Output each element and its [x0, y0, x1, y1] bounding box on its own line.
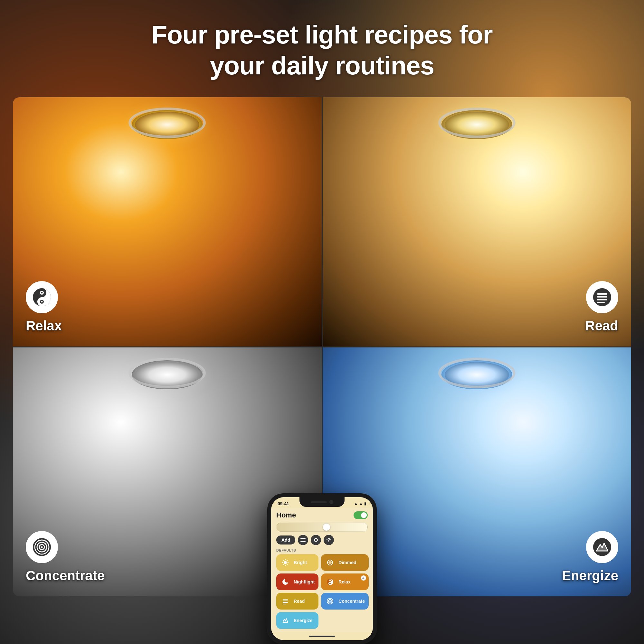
svg-rect-17: [300, 540, 306, 540]
concentrate-label: Concentrate: [26, 568, 105, 583]
quadrant-read[interactable]: Read: [323, 97, 631, 346]
brightness-slider[interactable]: [276, 523, 368, 532]
read-label: Read: [585, 318, 618, 334]
svg-rect-38: [283, 599, 288, 600]
energize-label-group: Energize: [562, 531, 618, 583]
energize-label: Energize: [562, 568, 618, 583]
status-icons: ▲ ▲ ▮: [354, 501, 366, 506]
scene-tile-dimmed[interactable]: Dimmed: [321, 554, 369, 571]
nightlight-scene-name: Nightlight: [294, 579, 315, 584]
nightlight-scene-icon: [280, 577, 290, 587]
add-button[interactable]: Add: [276, 535, 295, 545]
relax-edit-dot: ✏: [361, 575, 366, 581]
concentrate-scene-name: Concentrate: [338, 599, 365, 604]
location-button[interactable]: [324, 535, 334, 545]
concentrate-label-group: Concentrate: [26, 531, 105, 583]
phone-mockup: 09:41 ▲ ▲ ▮ Home: [267, 493, 377, 644]
scene-grid: Bright Dimmed: [276, 554, 368, 629]
sun-icon: [281, 559, 289, 566]
scene-tile-nightlight[interactable]: Nightlight: [276, 573, 318, 590]
signal-icon: ▲: [354, 501, 358, 506]
grid-view-button[interactable]: [311, 535, 321, 545]
header: Four pre-set light recipes for your dail…: [0, 0, 644, 97]
home-indicator-bar: [309, 636, 335, 637]
wifi-icon: ▲: [359, 501, 363, 506]
energize-icon-circle: [586, 531, 618, 563]
svg-rect-39: [283, 601, 288, 601]
svg-rect-6: [597, 293, 607, 295]
svg-rect-9: [597, 302, 605, 303]
home-toggle[interactable]: [354, 511, 368, 519]
svg-rect-40: [283, 602, 288, 603]
svg-point-3: [41, 292, 43, 293]
light-fixture-energize: [441, 360, 512, 389]
dimmed-icon: [326, 559, 334, 566]
concentrate-icon-circle: [26, 531, 58, 563]
concentrate-scene-icon: [325, 596, 335, 606]
bright-scene-icon: [280, 557, 290, 568]
concentrate-phone-icon: [326, 597, 334, 605]
phone-camera: [329, 500, 333, 504]
svg-rect-7: [597, 296, 607, 298]
svg-rect-41: [283, 604, 286, 604]
read-scene-icon: [280, 596, 290, 606]
moon-icon: [281, 578, 289, 586]
svg-point-20: [315, 539, 317, 541]
svg-line-30: [283, 564, 284, 565]
svg-point-14: [41, 546, 43, 548]
concentrate-icon: [32, 537, 52, 557]
phone-speaker: [311, 501, 327, 503]
read-icon: [592, 288, 612, 307]
quadrant-relax[interactable]: Relax: [13, 97, 322, 346]
light-fixture-read: [441, 110, 512, 139]
svg-rect-16: [300, 538, 306, 539]
relax-phone-icon: [326, 578, 334, 586]
scene-tile-concentrate[interactable]: Concentrate: [321, 593, 369, 610]
svg-rect-8: [597, 299, 607, 300]
svg-rect-18: [300, 541, 306, 542]
scene-tile-energize[interactable]: Energize: [276, 612, 318, 629]
svg-point-22: [284, 561, 287, 564]
phone-notch: [299, 497, 345, 507]
scene-tile-relax[interactable]: Relax ✏: [321, 573, 369, 590]
energize-icon: [592, 537, 612, 557]
defaults-section-label: DEFAULTS: [276, 548, 368, 552]
svg-point-37: [330, 583, 330, 584]
read-icon-circle: [586, 281, 618, 313]
svg-line-27: [283, 560, 284, 561]
phone-screen: 09:41 ▲ ▲ ▮ Home: [271, 497, 373, 640]
svg-point-21: [328, 538, 330, 540]
action-bar: Add: [276, 535, 368, 545]
svg-line-28: [287, 564, 288, 565]
light-fixture-concentrate: [132, 360, 203, 389]
list-view-button[interactable]: [298, 535, 308, 545]
brightness-thumb: [323, 524, 330, 531]
scene-tile-read[interactable]: Read: [276, 593, 318, 610]
phone-body: 09:41 ▲ ▲ ▮ Home: [267, 493, 377, 644]
home-indicator: [271, 632, 373, 640]
read-scene-name: Read: [294, 599, 305, 604]
read-phone-icon: [281, 597, 289, 605]
svg-point-36: [330, 580, 330, 581]
relax-icon-circle: [26, 281, 58, 313]
home-app-title: Home: [276, 511, 296, 519]
relax-label: Relax: [26, 318, 62, 334]
location-icon: [326, 537, 331, 543]
read-label-group: Read: [585, 281, 618, 334]
energize-scene-name: Energize: [294, 618, 312, 623]
dimmed-scene-name: Dimmed: [338, 560, 356, 565]
relax-icon: [32, 288, 52, 307]
scene-tile-bright[interactable]: Bright: [276, 554, 318, 571]
bright-scene-name: Bright: [294, 560, 307, 565]
relax-scene-icon: [325, 577, 335, 587]
svg-point-4: [41, 301, 43, 302]
page-title: Four pre-set light recipes for your dail…: [32, 19, 612, 81]
list-icon: [300, 537, 306, 543]
dimmed-scene-icon: [325, 557, 335, 568]
relax-scene-name: Relax: [338, 579, 350, 584]
status-time: 09:41: [278, 501, 289, 506]
light-fixture-relax: [132, 110, 203, 139]
home-header: Home: [276, 511, 368, 519]
energize-phone-icon: [281, 617, 289, 624]
relax-label-group: Relax: [26, 281, 62, 334]
